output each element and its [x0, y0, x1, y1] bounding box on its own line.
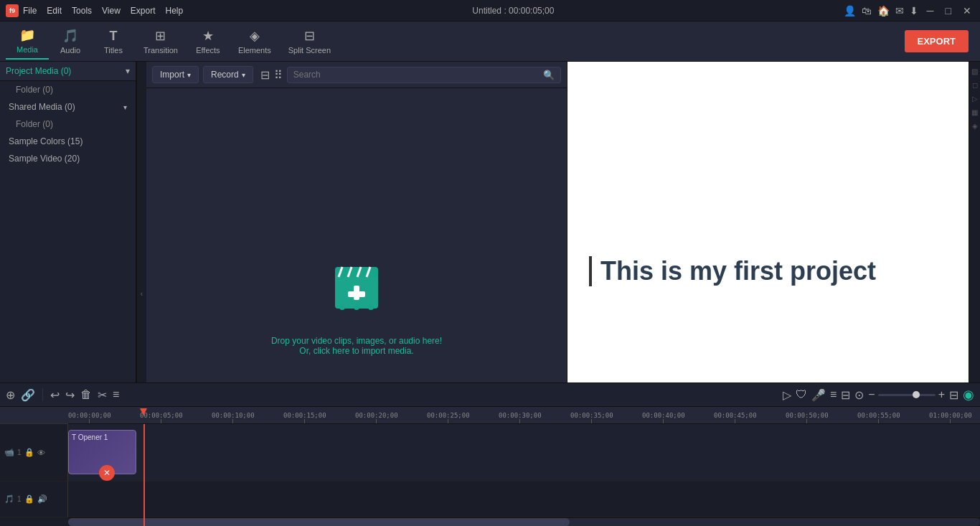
right-icon-4[interactable]: ▦ [971, 108, 978, 116]
tab-transition[interactable]: ⊞ Transition [135, 24, 187, 59]
search-icon: 🔍 [543, 70, 555, 80]
record-button[interactable]: Record ▾ [203, 66, 253, 83]
right-icon-3[interactable]: ▷ [972, 95, 978, 103]
svg-point-10 [368, 304, 374, 310]
drop-text: Drop your video clips, images, or audio … [271, 336, 442, 356]
timeline-ruler[interactable]: 00:00:00;00 00:00:05;00 00:00:10;00 00:0… [68, 407, 980, 424]
zoom-in-icon[interactable]: + [938, 388, 945, 401]
zoom-bar[interactable] [878, 394, 936, 396]
svg-point-8 [339, 304, 345, 310]
undo-button[interactable]: ↩ [50, 388, 60, 402]
audio-track-mute-icon[interactable]: 🔊 [37, 494, 47, 504]
timeline-area: 📹 1 🔒 👁 🎵 1 🔒 🔊 00:00:00;00 [0, 407, 980, 526]
timeline-right-tools: ▷ 🛡 🎤 ≡ ⊟ ⊙ − + ⊟ ◉ [783, 387, 974, 403]
filter-icon[interactable]: ⊟ [260, 68, 270, 82]
media-label: Media [17, 45, 38, 54]
audio-track-header: 🎵 1 🔒 🔊 [0, 482, 68, 517]
titlebar-left: f9 File Edit Tools View Export Help [6, 4, 183, 17]
search-input[interactable] [293, 70, 540, 80]
shield-icon[interactable]: 🛡 [796, 388, 807, 401]
sidebar-item-sample-video[interactable]: Sample Video (20) [0, 150, 136, 167]
app-logo: f9 [6, 4, 19, 17]
chevron-down-icon: ▾ [123, 103, 127, 111]
ruler-mark-3: 00:00:15;00 [283, 412, 326, 423]
menu-bar: File Edit Tools View Export Help [23, 6, 183, 16]
maximize-button[interactable]: □ [943, 5, 954, 17]
menu-help[interactable]: Help [166, 6, 184, 16]
elements-label: Elements [238, 46, 271, 55]
tl-icon-5[interactable]: ⊟ [841, 388, 850, 402]
mic-icon[interactable]: 🎤 [811, 388, 826, 402]
media-icon: 📁 [19, 27, 35, 43]
tab-elements[interactable]: ◈ Elements [230, 24, 280, 59]
audio-icon: 🎵 [62, 28, 78, 44]
sidebar-header: Project Media (0) ▾ [0, 62, 136, 81]
preview-text: This is my first project [589, 256, 876, 286]
audio-track-num: 1 [17, 495, 22, 503]
download-icon[interactable]: ⬇ [910, 5, 918, 17]
playhead-marker [140, 408, 147, 415]
titles-label: Titles [104, 46, 123, 55]
sidebar-item-sample-colors[interactable]: Sample Colors (15) [0, 133, 136, 150]
video-track-lock-icon[interactable]: 🔒 [24, 448, 34, 457]
sidebar-item-folder[interactable]: Folder (0) [0, 81, 136, 98]
tl-eye-icon[interactable]: ◉ [963, 387, 974, 403]
effects-label: Effects [196, 46, 220, 55]
tab-splitscreen[interactable]: ⊟ Split Screen [280, 24, 339, 59]
right-icon-1[interactable]: ▨ [971, 67, 978, 75]
timeline-add-track-icon[interactable]: ⊕ [6, 388, 15, 402]
sidebar-item-shared-media[interactable]: Shared Media (0) ▾ [0, 98, 136, 116]
titlebar-right: 👤 🛍 🏠 ✉ ⬇ ─ □ ✕ [844, 5, 974, 17]
menu-view[interactable]: View [102, 6, 121, 16]
menu-edit[interactable]: Edit [47, 6, 62, 16]
drop-line2: Or, click here to import media. [271, 346, 442, 356]
zoom-out-icon[interactable]: − [868, 388, 875, 401]
redo-button[interactable]: ↪ [65, 388, 75, 402]
export-button[interactable]: EXPORT [905, 30, 969, 52]
grid-icon[interactable]: ⠿ [274, 68, 283, 82]
audio-label: Audio [60, 46, 80, 55]
tab-titles[interactable]: T Titles [92, 24, 135, 59]
tab-effects[interactable]: ★ Effects [187, 24, 230, 59]
timeline-link-icon[interactable]: 🔗 [21, 388, 35, 402]
ruler-mark-9: 00:00:45;00 [714, 412, 757, 423]
scrollbar-thumb[interactable] [68, 518, 570, 526]
ruler-mark-10: 00:00:50;00 [786, 412, 829, 423]
import-button[interactable]: Import ▾ [152, 66, 199, 83]
menu-file[interactable]: File [23, 6, 37, 16]
video-track-icon: 📹 [4, 448, 14, 457]
bottom-panel: ⊕ 🔗 ↩ ↪ 🗑 ✂ ≡ ▷ 🛡 🎤 ≡ ⊟ ⊙ − + ⊟ ◉ [0, 382, 980, 526]
timeline-scrollbar[interactable] [68, 517, 980, 526]
clip-label: T Opener 1 [72, 433, 108, 441]
zoom-thumb[interactable] [913, 391, 920, 398]
user-icon[interactable]: 👤 [844, 5, 856, 17]
right-icon-5[interactable]: ◈ [972, 122, 978, 130]
tl-icon-4[interactable]: ≡ [830, 388, 837, 401]
tab-media[interactable]: 📁 Media [6, 23, 49, 60]
svg-point-9 [354, 304, 359, 310]
home-icon[interactable]: 🏠 [877, 5, 890, 17]
clip-delete-button[interactable]: ✕ [99, 465, 115, 481]
bag-icon[interactable]: 🛍 [862, 5, 872, 17]
mail-icon[interactable]: ✉ [895, 5, 904, 17]
sidebar-item-shared-folder[interactable]: Folder (0) [0, 116, 136, 133]
delete-button[interactable]: 🗑 [80, 388, 92, 401]
video-track-vis-icon[interactable]: 👁 [37, 448, 45, 457]
adjust-button[interactable]: ≡ [113, 388, 119, 401]
video-clip[interactable]: T Opener 1 ✕ [68, 430, 136, 474]
menu-tools[interactable]: Tools [72, 6, 92, 16]
tl-icon-6[interactable]: ⊙ [854, 388, 864, 402]
menu-export[interactable]: Export [131, 6, 156, 16]
cut-button[interactable]: ✂ [98, 388, 107, 402]
sidebar-chevron-icon[interactable]: ▾ [126, 66, 130, 76]
speed-icon[interactable]: ▷ [783, 388, 791, 402]
audio-track-lock-icon[interactable]: 🔒 [24, 494, 34, 504]
right-icon-2[interactable]: ◻ [972, 81, 978, 89]
import-chevron-icon: ▾ [187, 71, 191, 79]
tab-audio[interactable]: 🎵 Audio [49, 24, 92, 59]
audio-track-icon: 🎵 [4, 494, 14, 504]
tl-panel-icon[interactable]: ⊟ [949, 388, 958, 402]
minimize-button[interactable]: ─ [924, 5, 937, 17]
timeline-content: 00:00:00;00 00:00:05;00 00:00:10;00 00:0… [68, 407, 980, 526]
close-button[interactable]: ✕ [960, 5, 974, 17]
